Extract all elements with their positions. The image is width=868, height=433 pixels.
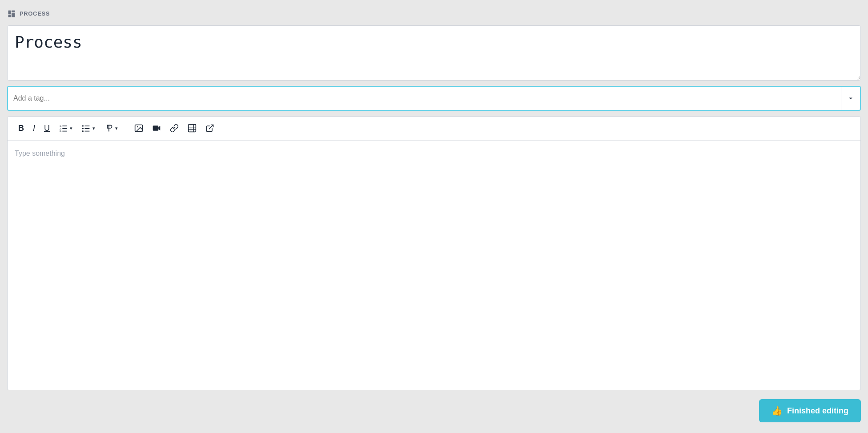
bold-button[interactable]: B: [15, 121, 28, 136]
ordered-list-chevron: ▾: [70, 125, 72, 131]
svg-rect-1: [8, 15, 11, 17]
page-wrapper: PROCESS Process B I U: [0, 0, 868, 433]
unordered-list-button[interactable]: ▾: [78, 121, 99, 135]
svg-point-11: [82, 128, 84, 129]
svg-point-10: [82, 125, 84, 127]
unordered-list-icon: [81, 124, 90, 133]
section-label: PROCESS: [20, 10, 50, 17]
external-link-button[interactable]: [202, 121, 218, 135]
unordered-list-chevron: ▾: [92, 125, 95, 131]
ordered-list-icon: 1. 2. 3.: [59, 124, 68, 133]
paragraph-button[interactable]: ▾: [100, 121, 121, 135]
image-button[interactable]: [131, 121, 147, 135]
video-button[interactable]: [149, 121, 165, 135]
tag-input[interactable]: [13, 94, 841, 102]
title-input[interactable]: Process: [7, 25, 861, 81]
underline-icon: U: [44, 124, 50, 133]
svg-point-17: [137, 126, 138, 128]
svg-rect-0: [8, 11, 11, 14]
tag-input-wrapper: [7, 86, 861, 111]
table-button[interactable]: [184, 121, 200, 135]
svg-rect-18: [153, 126, 159, 131]
video-icon: [152, 124, 161, 133]
editor-toolbar: B I U 1. 2. 3. ▾: [8, 117, 860, 141]
italic-button[interactable]: I: [29, 121, 39, 136]
process-icon: [7, 9, 16, 18]
svg-point-12: [82, 130, 84, 132]
svg-rect-2: [12, 11, 15, 12]
ordered-list-button[interactable]: 1. 2. 3. ▾: [55, 121, 76, 135]
paragraph-icon: [104, 124, 113, 133]
svg-text:3.: 3.: [60, 130, 62, 133]
link-button[interactable]: [166, 121, 182, 135]
editor-placeholder: Type something: [15, 150, 65, 157]
tag-chevron-icon[interactable]: [841, 87, 855, 110]
bold-icon: B: [18, 124, 24, 133]
toolbar-divider-1: [126, 123, 126, 134]
footer-row: 👍 Finished editing: [7, 396, 861, 424]
italic-icon: I: [33, 124, 35, 133]
header-row: PROCESS: [7, 9, 861, 18]
thumbs-up-icon: 👍: [772, 405, 783, 416]
svg-rect-19: [189, 125, 196, 132]
paragraph-chevron: ▾: [115, 125, 118, 131]
svg-rect-3: [12, 13, 15, 17]
finished-editing-button[interactable]: 👍 Finished editing: [759, 399, 861, 422]
svg-line-24: [209, 125, 213, 129]
image-icon: [134, 124, 143, 133]
link-icon: [170, 124, 179, 133]
editor-content[interactable]: Type something: [8, 141, 860, 390]
finished-editing-label: Finished editing: [787, 406, 848, 416]
table-icon: [188, 124, 197, 133]
underline-button[interactable]: U: [40, 121, 53, 136]
editor-container: B I U 1. 2. 3. ▾: [7, 116, 861, 390]
external-link-icon: [205, 124, 214, 133]
